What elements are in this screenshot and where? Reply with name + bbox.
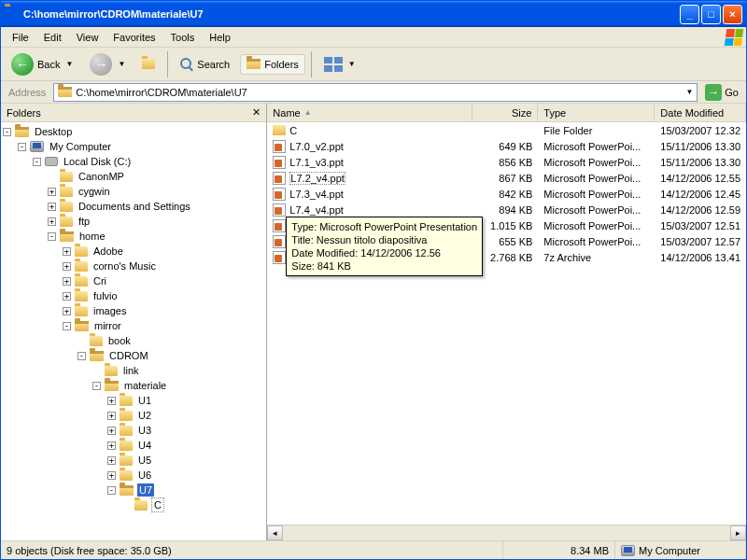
expand-icon[interactable]: + bbox=[107, 441, 116, 450]
tree-node[interactable]: -materiale bbox=[3, 378, 264, 393]
file-row[interactable]: L7.2_v4.ppt867 KBMicrosoft PowerPoi...14… bbox=[267, 170, 746, 186]
tree-label[interactable]: Documents and Settings bbox=[77, 200, 192, 213]
expand-icon[interactable]: + bbox=[107, 412, 116, 420]
close-pane-button[interactable]: ✕ bbox=[252, 106, 261, 119]
tree-label[interactable]: U2 bbox=[136, 409, 153, 422]
file-row[interactable]: L7.3_v4.ppt842 KBMicrosoft PowerPoi...14… bbox=[267, 186, 746, 202]
tree-node[interactable]: -U7 bbox=[3, 483, 264, 497]
menu-favorites[interactable]: Favorites bbox=[106, 30, 162, 45]
tree-label[interactable]: cygwin bbox=[77, 185, 112, 198]
search-button[interactable]: Search bbox=[174, 53, 236, 76]
tree-node[interactable]: book bbox=[3, 333, 264, 348]
tree-label[interactable]: U3 bbox=[136, 424, 153, 437]
tree-node[interactable]: -My Computer bbox=[3, 139, 264, 154]
tree-label[interactable]: ftp bbox=[77, 215, 92, 228]
file-row[interactable]: CFile Folder15/03/2007 12.32 bbox=[267, 122, 746, 138]
minimize-button[interactable]: _ bbox=[680, 5, 699, 24]
tree-node[interactable]: -home bbox=[3, 229, 264, 244]
tree-label[interactable]: images bbox=[92, 304, 128, 317]
tree-node[interactable]: +Cri bbox=[3, 273, 264, 288]
cell-name[interactable]: L7.3_v4.ppt bbox=[267, 188, 472, 201]
expand-icon[interactable]: + bbox=[63, 247, 71, 256]
collapse-icon[interactable]: - bbox=[78, 352, 86, 360]
tree-label[interactable]: Desktop bbox=[33, 125, 74, 138]
chevron-down-icon[interactable]: ▼ bbox=[118, 60, 125, 68]
tree-label[interactable]: fulvio bbox=[92, 289, 120, 302]
titlebar[interactable]: C:\home\mirror\CDROM\materiale\U7 _ □ × bbox=[1, 1, 746, 27]
chevron-down-icon[interactable]: ▼ bbox=[685, 88, 693, 96]
tree-label[interactable]: Cri bbox=[92, 274, 108, 287]
forward-button[interactable]: → ▼ bbox=[83, 49, 132, 80]
folder-tree[interactable]: -Desktop-My Computer-Local Disk (C:)Cano… bbox=[1, 122, 266, 540]
tree-node[interactable]: +cygwin bbox=[3, 184, 264, 199]
tree-node[interactable]: +images bbox=[3, 303, 264, 318]
col-date[interactable]: Date Modified bbox=[655, 104, 746, 121]
tree-node[interactable]: link bbox=[3, 363, 264, 378]
tree-node[interactable]: -mirror bbox=[3, 318, 264, 333]
tree-label[interactable]: CanonMP bbox=[77, 170, 126, 183]
collapse-icon[interactable]: - bbox=[3, 128, 11, 136]
cell-name[interactable]: L7.0_v2.ppt bbox=[267, 140, 472, 153]
scroll-right-button[interactable]: ▸ bbox=[730, 525, 746, 540]
collapse-icon[interactable]: - bbox=[18, 143, 26, 151]
collapse-icon[interactable]: - bbox=[107, 486, 116, 495]
tree-label[interactable]: My Computer bbox=[48, 140, 113, 153]
expand-icon[interactable]: + bbox=[107, 397, 116, 405]
tree-label[interactable]: corno's Music bbox=[92, 259, 158, 273]
tree-node[interactable]: +U3 bbox=[3, 423, 264, 438]
scroll-left-button[interactable]: ◂ bbox=[267, 525, 283, 540]
tree-node[interactable]: +Adobe bbox=[3, 244, 264, 259]
tree-label[interactable]: U4 bbox=[136, 439, 153, 452]
menu-help[interactable]: Help bbox=[202, 30, 238, 45]
tree-label[interactable]: C bbox=[151, 497, 164, 512]
tree-label[interactable]: Local Disk (C:) bbox=[62, 155, 133, 168]
expand-icon[interactable]: + bbox=[63, 262, 71, 271]
expand-icon[interactable]: + bbox=[48, 188, 56, 196]
file-row[interactable]: L7.1_v3.ppt856 KBMicrosoft PowerPoi...15… bbox=[267, 154, 746, 170]
tree-label[interactable]: book bbox=[106, 334, 133, 347]
tree-node[interactable]: C bbox=[3, 497, 264, 512]
tree-label[interactable]: U6 bbox=[136, 469, 153, 482]
tree-node[interactable]: +U1 bbox=[3, 393, 264, 408]
expand-icon[interactable]: + bbox=[107, 427, 116, 435]
address-input-container[interactable]: ▼ bbox=[53, 83, 698, 102]
horizontal-scrollbar[interactable]: ◂ ▸ bbox=[267, 525, 746, 540]
menu-edit[interactable]: Edit bbox=[36, 30, 69, 45]
expand-icon[interactable]: + bbox=[107, 471, 116, 480]
cell-name[interactable]: L7.2_v4.ppt bbox=[267, 172, 472, 185]
collapse-icon[interactable]: - bbox=[33, 158, 41, 166]
scroll-track[interactable] bbox=[283, 525, 730, 540]
expand-icon[interactable]: + bbox=[48, 217, 56, 226]
file-row[interactable]: L7.4_v4.ppt894 KBMicrosoft PowerPoi...14… bbox=[267, 202, 746, 217]
tree-label[interactable]: materiale bbox=[122, 379, 168, 392]
tree-node[interactable]: -CDROM bbox=[3, 348, 264, 363]
tree-label[interactable]: link bbox=[121, 364, 141, 377]
tree-label[interactable]: mirror bbox=[92, 319, 123, 332]
collapse-icon[interactable]: - bbox=[63, 322, 71, 330]
col-name[interactable]: Name▲ bbox=[267, 104, 472, 121]
back-button[interactable]: ← Back ▼ bbox=[5, 49, 79, 80]
expand-icon[interactable]: + bbox=[48, 203, 56, 211]
menu-file[interactable]: File bbox=[5, 30, 36, 45]
tree-node[interactable]: +fulvio bbox=[3, 288, 264, 303]
collapse-icon[interactable]: - bbox=[92, 382, 101, 390]
go-button[interactable]: → Go bbox=[701, 82, 742, 103]
tree-node[interactable]: +ftp bbox=[3, 214, 264, 229]
chevron-down-icon[interactable]: ▼ bbox=[348, 60, 356, 68]
tree-label[interactable]: U1 bbox=[136, 394, 153, 407]
tree-label[interactable]: U7 bbox=[137, 483, 154, 497]
up-button[interactable] bbox=[135, 54, 162, 74]
tree-node[interactable]: -Desktop bbox=[3, 124, 264, 139]
tree-node[interactable]: +U6 bbox=[3, 468, 264, 483]
expand-icon[interactable]: + bbox=[63, 292, 71, 301]
expand-icon[interactable]: + bbox=[107, 456, 116, 465]
file-list[interactable]: CFile Folder15/03/2007 12.32L7.0_v2.ppt6… bbox=[267, 122, 746, 525]
tree-label[interactable]: U5 bbox=[136, 454, 153, 467]
tree-node[interactable]: +U5 bbox=[3, 453, 264, 468]
collapse-icon[interactable]: - bbox=[48, 232, 56, 241]
tree-node[interactable]: +U2 bbox=[3, 408, 264, 423]
tree-node[interactable]: +corno's Music bbox=[3, 259, 264, 273]
file-row[interactable]: L7.0_v2.ppt649 KBMicrosoft PowerPoi...15… bbox=[267, 138, 746, 154]
cell-name[interactable]: L7.4_v4.ppt bbox=[267, 203, 472, 217]
tree-label[interactable]: home bbox=[78, 230, 107, 243]
